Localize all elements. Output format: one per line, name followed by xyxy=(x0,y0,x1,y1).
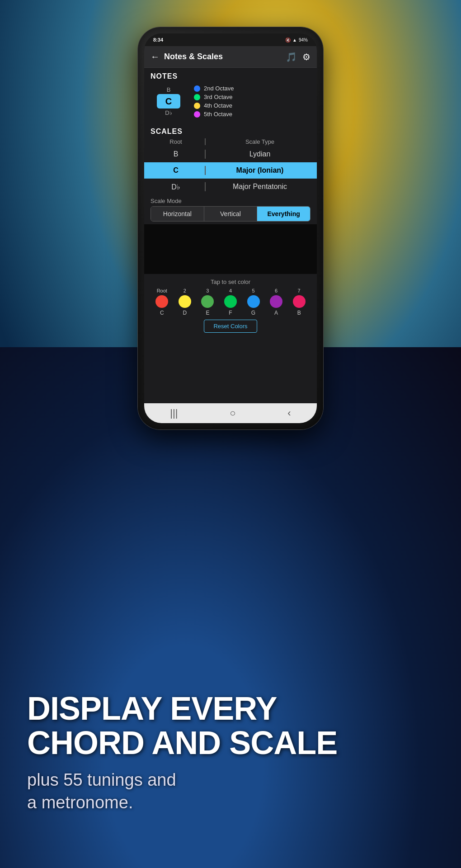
nav-home-button[interactable]: ○ xyxy=(216,404,249,423)
note-selected[interactable]: C xyxy=(157,94,180,108)
notes-title: NOTES xyxy=(144,68,317,83)
tuner-icon[interactable]: 🎵 xyxy=(286,52,297,62)
color-item-4[interactable]: 4 F xyxy=(224,288,237,316)
color-pos-2: 2 xyxy=(183,288,186,293)
scale-row-b-lydian[interactable]: B Lydian xyxy=(144,146,317,162)
status-icons: 🔇 ▲ 94% xyxy=(285,38,308,42)
color-note-a: A xyxy=(274,310,278,316)
octave-item-5th: 5th Octave xyxy=(194,111,234,118)
note-above: B xyxy=(167,86,171,93)
headline: DISPLAY EVERY CHORD AND SCALE xyxy=(27,692,434,760)
scales-section: SCALES Root Scale Type B Lydian C xyxy=(144,123,317,195)
octave-label-3rd: 3rd Octave xyxy=(204,94,233,100)
color-dot-c[interactable] xyxy=(155,295,168,308)
mode-vertical[interactable]: Vertical xyxy=(204,207,258,221)
col-root-label: Root xyxy=(151,138,201,145)
octave-item-2nd: 2nd Octave xyxy=(194,85,234,92)
color-note-g: G xyxy=(251,310,255,316)
status-bar: 8:34 🔇 ▲ 94% xyxy=(144,33,317,46)
phone-device: 8:34 🔇 ▲ 94% ← Notes & Scales 🎵 ⚙ xyxy=(138,27,323,429)
scale-sep-1 xyxy=(205,150,206,159)
color-pos-root: Root xyxy=(157,288,167,293)
color-note-f: F xyxy=(229,310,232,316)
color-item-2[interactable]: 2 D xyxy=(179,288,191,316)
gear-icon[interactable]: ⚙ xyxy=(302,52,310,62)
note-below: D♭ xyxy=(165,109,172,116)
status-time: 8:34 xyxy=(153,37,163,42)
phone-outer-shell: 8:34 🔇 ▲ 94% ← Notes & Scales 🎵 ⚙ xyxy=(138,27,323,429)
bottom-nav: ||| ○ ‹ xyxy=(144,403,317,423)
octave-label-5th: 5th Octave xyxy=(204,111,232,118)
color-dot-a[interactable] xyxy=(270,295,282,308)
nav-back-button[interactable]: ‹ xyxy=(274,404,304,423)
scale-sep-3 xyxy=(205,182,206,191)
header-title: Notes & Scales xyxy=(164,52,281,61)
octave-dot-3rd xyxy=(194,94,200,100)
battery-text: 94% xyxy=(299,38,308,42)
nav-menu-button[interactable]: ||| xyxy=(156,404,191,423)
scale-mode-buttons: Horizontal Vertical Everything xyxy=(151,206,310,222)
notes-section: NOTES B C D♭ 2nd Octave xyxy=(144,68,317,123)
color-note-e: E xyxy=(206,310,209,316)
wifi-icon: ▲ xyxy=(292,38,297,42)
mode-everything[interactable]: Everything xyxy=(257,207,310,221)
color-dot-d[interactable] xyxy=(179,295,191,308)
color-item-3[interactable]: 3 E xyxy=(201,288,214,316)
color-item-7[interactable]: 7 B xyxy=(293,288,306,316)
scale-mode-section: Scale Mode Horizontal Vertical Everythin… xyxy=(144,195,317,222)
scales-title: SCALES xyxy=(144,123,317,138)
headline-line1: DISPLAY EVERY xyxy=(27,690,277,726)
color-note-c: C xyxy=(160,310,164,316)
scale-type-major: Major (Ionian) xyxy=(209,166,310,175)
octave-label-4th: 4th Octave xyxy=(204,102,232,109)
color-pos-4: 4 xyxy=(229,288,232,293)
notes-content: B C D♭ 2nd Octave 3rd Octave xyxy=(144,83,317,123)
reset-colors-button[interactable]: Reset Colors xyxy=(204,320,257,333)
fretboard-display xyxy=(144,224,317,274)
scale-row-db-pentatonic[interactable]: D♭ Major Pentatonic xyxy=(144,179,317,195)
scale-mode-label: Scale Mode xyxy=(144,195,317,206)
color-row: Root C 2 D 3 E xyxy=(151,288,310,316)
header-icons: 🎵 ⚙ xyxy=(286,52,310,62)
app-content: ← Notes & Scales 🎵 ⚙ NOTES B C D♭ xyxy=(144,46,317,403)
octave-dot-5th xyxy=(194,111,200,118)
octave-legend: 2nd Octave 3rd Octave 4th Octave xyxy=(194,85,234,118)
color-note-b: B xyxy=(297,310,301,316)
color-item-6[interactable]: 6 A xyxy=(270,288,282,316)
scale-type-lydian: Lydian xyxy=(209,150,310,158)
scale-sep-2 xyxy=(205,166,206,175)
color-dot-e[interactable] xyxy=(201,295,214,308)
octave-label-2nd: 2nd Octave xyxy=(204,85,234,92)
color-dot-b[interactable] xyxy=(293,295,306,308)
scales-column-headers: Root Scale Type xyxy=(144,138,317,145)
note-wheel[interactable]: B C D♭ xyxy=(151,83,187,119)
mode-horizontal[interactable]: Horizontal xyxy=(151,207,204,221)
scale-row-c-major[interactable]: C Major (Ionian) xyxy=(144,162,317,179)
subtext: plus 55 tunings anda metronome. xyxy=(27,769,434,814)
color-section: Tap to set color Root C 2 D xyxy=(144,277,317,335)
tap-color-label: Tap to set color xyxy=(151,278,310,285)
octave-item-3rd: 3rd Octave xyxy=(194,94,234,100)
headline-line2: CHORD AND SCALE xyxy=(27,725,337,761)
color-pos-6: 6 xyxy=(275,288,278,293)
color-note-d: D xyxy=(183,310,187,316)
scale-root-db: D♭ xyxy=(151,183,201,191)
color-dot-f[interactable] xyxy=(224,295,237,308)
back-button[interactable]: ← xyxy=(151,52,160,62)
color-pos-5: 5 xyxy=(252,288,254,293)
marketing-section: DISPLAY EVERY CHORD AND SCALE plus 55 tu… xyxy=(0,452,461,868)
color-pos-7: 7 xyxy=(298,288,301,293)
color-pos-3: 3 xyxy=(206,288,209,293)
col-type-label: Scale Type xyxy=(209,138,310,145)
app-header: ← Notes & Scales 🎵 ⚙ xyxy=(144,46,317,68)
octave-dot-4th xyxy=(194,103,200,109)
octave-dot-2nd xyxy=(194,85,200,92)
octave-item-4th: 4th Octave xyxy=(194,102,234,109)
scale-root-b: B xyxy=(151,150,201,158)
scale-type-pentatonic: Major Pentatonic xyxy=(209,183,310,191)
color-dot-g[interactable] xyxy=(247,295,260,308)
color-item-5[interactable]: 5 G xyxy=(247,288,260,316)
phone-screen: 8:34 🔇 ▲ 94% ← Notes & Scales 🎵 ⚙ xyxy=(144,33,317,423)
mute-icon: 🔇 xyxy=(285,38,291,42)
color-item-root[interactable]: Root C xyxy=(155,288,168,316)
